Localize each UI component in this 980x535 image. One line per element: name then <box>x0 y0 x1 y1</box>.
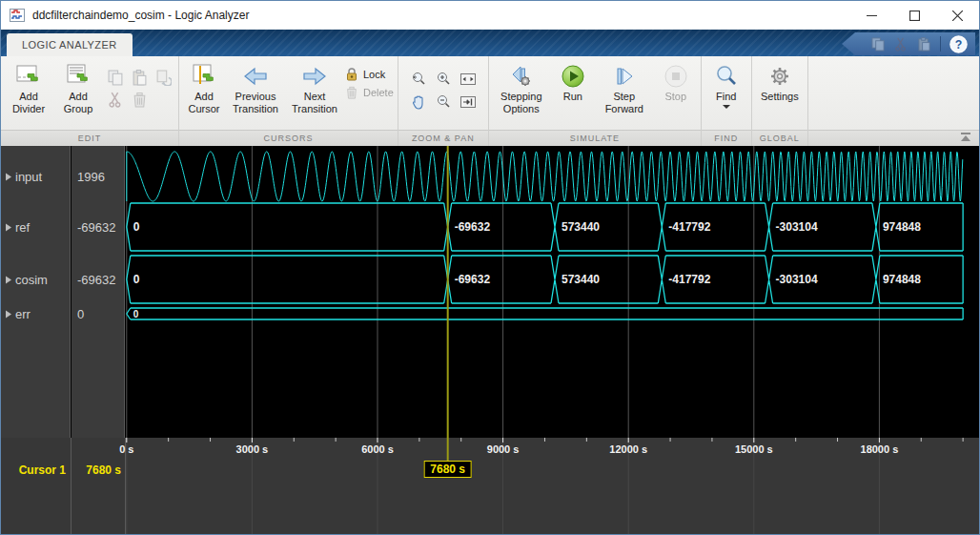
cursor-time-flag[interactable]: 7680 s <box>423 461 472 478</box>
minimize-button[interactable] <box>850 1 893 30</box>
axis-tick-label: 18000 s <box>861 443 899 455</box>
fit-to-view-button[interactable] <box>456 68 480 91</box>
toolstrip-tab-band: LOGIC ANALYZER ? <box>1 30 979 56</box>
axis-tick-label: 6000 s <box>361 443 394 455</box>
section-simulate: Stepping Options Run Step Forward <box>489 56 702 146</box>
settings-gear-icon <box>767 64 792 89</box>
column-separator <box>71 438 71 535</box>
bus-value-label: -69632 <box>455 220 491 234</box>
section-filler <box>808 56 979 146</box>
expand-arrow-icon[interactable] <box>6 310 11 318</box>
svg-text:?: ? <box>955 37 963 51</box>
zoom-to-cursor-button[interactable] <box>456 91 480 113</box>
copy-icon <box>108 70 124 86</box>
signal-name-ref[interactable]: ref <box>6 220 30 235</box>
find-button[interactable]: Find <box>705 61 747 109</box>
paste-icon[interactable] <box>917 37 931 51</box>
bus-value-label: -417792 <box>668 273 710 286</box>
axis-tick-label: 3000 s <box>236 443 269 455</box>
section-label-zoom-pan: ZOOM & PAN <box>398 130 488 146</box>
signal-label: cosim <box>15 273 48 287</box>
section-find: Find FIND <box>702 56 752 146</box>
run-icon <box>561 64 585 89</box>
signal-name-cosim[interactable]: cosim <box>6 273 48 287</box>
bus-value-label: -303104 <box>776 273 818 286</box>
settings-button[interactable]: Settings <box>756 61 804 103</box>
expand-arrow-icon[interactable] <box>6 276 11 283</box>
signal-label: ref <box>15 220 30 235</box>
arrow-left-icon <box>243 66 268 87</box>
bus-value-label: -417792 <box>668 220 710 234</box>
collapse-ribbon-button[interactable] <box>958 132 973 144</box>
stop-icon <box>664 64 688 89</box>
bus-value-label: 0 <box>133 309 139 319</box>
previous-transition-button[interactable]: Previous Transition <box>227 61 284 114</box>
signal-label: err <box>15 307 31 321</box>
title-bar: ddcfilterchaindemo_cosim - Logic Analyze… <box>1 1 979 30</box>
copy-button[interactable] <box>104 67 127 88</box>
qat-separator <box>940 36 941 51</box>
add-cursor-icon <box>191 64 217 89</box>
close-button[interactable] <box>936 1 979 30</box>
cut-icon <box>108 92 124 108</box>
zoom-to-cursor-icon <box>459 93 477 111</box>
cut-button[interactable] <box>104 89 127 110</box>
waveform-panel: inputrefcosimerr 1996-69632-696320 0-696… <box>1 146 979 438</box>
pan-button[interactable] <box>406 91 431 113</box>
add-divider-icon <box>15 64 42 89</box>
stop-button[interactable]: Stop <box>655 61 697 103</box>
fit-to-view-icon <box>459 71 477 88</box>
signal-name-err[interactable]: err <box>6 307 31 321</box>
step-forward-button[interactable]: Step Forward <box>596 61 653 114</box>
stepping-options-button[interactable]: Stepping Options <box>493 61 550 114</box>
signal-value-cosim: -69632 <box>77 273 115 287</box>
section-label-cursors: CURSORS <box>179 130 398 146</box>
add-divider-button[interactable]: Add Divider <box>5 61 52 114</box>
find-dropdown-arrow-icon <box>723 105 730 109</box>
paste-button[interactable] <box>128 67 151 88</box>
zoom-in-button[interactable] <box>431 68 456 91</box>
section-label-edit: EDIT <box>1 130 178 146</box>
section-label-simulate: SIMULATE <box>489 130 701 146</box>
paste-special-button[interactable] <box>152 67 174 88</box>
signal-value-column: 1996-69632-696320 <box>71 146 125 438</box>
zoom-out-button[interactable] <box>431 91 456 113</box>
tab-logic-analyzer[interactable]: LOGIC ANALYZER <box>7 33 133 56</box>
close-icon <box>952 10 963 21</box>
section-cursors: Add Cursor Previous Transition Next Tran… <box>179 56 398 146</box>
section-global: Settings GLOBAL <box>752 56 808 146</box>
waveform-plot[interactable]: 0-69632573440-417792-3031049748480-69632… <box>125 146 980 438</box>
expand-arrow-icon[interactable] <box>6 223 11 231</box>
quick-access-toolbar: ? <box>842 32 975 55</box>
step-forward-icon <box>612 64 637 89</box>
section-edit: Add Divider Add Group <box>1 56 179 146</box>
trash-icon <box>345 85 358 100</box>
help-button[interactable]: ? <box>949 35 968 53</box>
maximize-button[interactable] <box>893 1 936 30</box>
next-transition-button[interactable]: Next Transition <box>286 61 343 114</box>
toolstrip-ribbon: Add Divider Add Group <box>1 56 979 146</box>
paste-icon <box>132 70 148 86</box>
minimize-icon <box>867 10 877 21</box>
expand-arrow-icon[interactable] <box>6 173 11 180</box>
cursor-name-readout: Cursor 1 <box>1 463 66 477</box>
zoom-in-icon <box>435 71 452 88</box>
run-button[interactable]: Run <box>552 61 594 103</box>
delete-cursor-button[interactable]: Delete <box>345 85 394 100</box>
pan-hand-icon <box>410 93 427 111</box>
delete-button[interactable] <box>128 89 151 110</box>
bus-value-label: 0 <box>133 273 140 286</box>
window-title: ddcfilterchaindemo_cosim - Logic Analyze… <box>32 9 249 22</box>
bus-value-label: 0 <box>133 220 140 234</box>
bus-value-label: 974848 <box>883 273 921 286</box>
cut-icon[interactable] <box>894 37 909 51</box>
bus-value-label: 573440 <box>561 273 600 286</box>
section-zoom-pan: ZOOM & PAN <box>398 56 489 146</box>
lock-cursor-button[interactable]: Lock <box>345 67 394 82</box>
bus-value-label: -69632 <box>455 273 491 286</box>
zoom-in-x-button[interactable] <box>406 68 431 91</box>
add-cursor-button[interactable]: Add Cursor <box>183 61 225 114</box>
copy-icon[interactable] <box>871 37 886 51</box>
add-group-button[interactable]: Add Group <box>54 61 102 114</box>
signal-name-input[interactable]: input <box>6 170 42 184</box>
